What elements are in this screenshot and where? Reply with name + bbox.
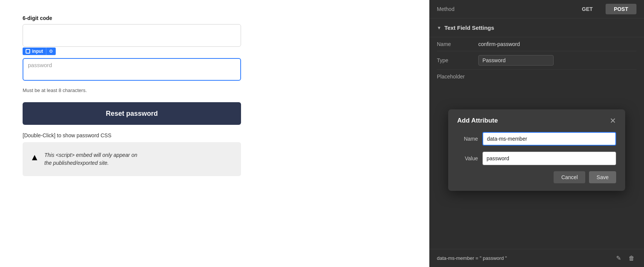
warning-icon: ▲ (30, 152, 39, 163)
code-input[interactable] (23, 24, 241, 47)
password-input[interactable] (23, 58, 241, 81)
dialog-close-button[interactable]: ✕ (610, 117, 616, 124)
dialog-overlay: Add Attribute ✕ Name Value Cancel Save (429, 0, 644, 267)
dialog-name-input[interactable] (482, 132, 616, 146)
code-field-group: 6-digit code (23, 15, 407, 47)
password-field-group: input ⚙ password (23, 58, 407, 81)
add-attribute-dialog: Add Attribute ✕ Name Value Cancel Save (448, 109, 625, 191)
code-label: 6-digit code (23, 15, 407, 21)
dialog-actions: Cancel Save (457, 171, 616, 183)
cancel-button[interactable]: Cancel (554, 171, 585, 183)
helper-text: Must be at least 8 characters. (23, 87, 407, 93)
save-button[interactable]: Save (589, 171, 616, 183)
double-click-label: [Double-Click] to show password CSS (23, 132, 407, 138)
left-panel: 6-digit code input ⚙ password Must be at… (0, 0, 429, 267)
dialog-value-field: Value (457, 152, 616, 165)
dialog-header: Add Attribute ✕ (457, 117, 616, 124)
password-input-wrapper: input ⚙ password (23, 58, 241, 81)
reset-password-button[interactable]: Reset password (23, 102, 241, 125)
right-panel: Method GET POST ▼ Text Field Settings Na… (429, 0, 644, 267)
badge-input-label[interactable]: input (23, 48, 46, 55)
dialog-value-input[interactable] (482, 152, 616, 165)
dialog-title: Add Attribute (457, 117, 498, 124)
script-notice-text: This <script> embed will only appear ont… (44, 151, 137, 167)
dialog-value-label: Value (457, 155, 478, 161)
dialog-name-label: Name (457, 136, 478, 142)
checkbox-icon (26, 49, 30, 54)
script-notice: ▲ This <script> embed will only appear o… (23, 142, 241, 176)
input-badge: input ⚙ (23, 48, 56, 55)
password-placeholder: password (28, 62, 52, 68)
badge-gear-icon[interactable]: ⚙ (46, 48, 56, 55)
dialog-name-field: Name (457, 132, 616, 146)
